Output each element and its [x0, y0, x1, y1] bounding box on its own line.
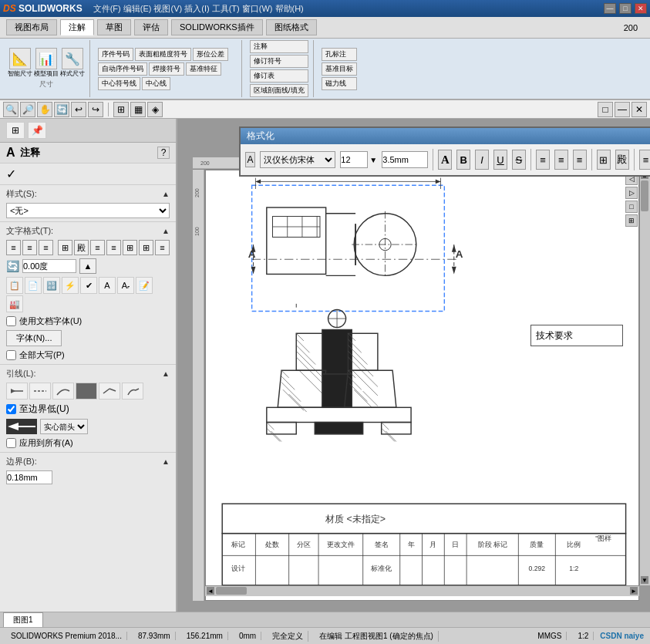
mini-btn-3[interactable]: □	[625, 201, 638, 213]
region-hatch-btn[interactable]: 区域剖面线/填充	[250, 84, 308, 97]
base-target-btn[interactable]: 基准目标	[322, 62, 357, 76]
cmd-view1[interactable]: ⊞	[113, 102, 129, 117]
h-scrollbar[interactable]: ◄ ►	[205, 585, 639, 596]
force-line-btn[interactable]: 磁力线	[322, 77, 357, 90]
use-font-checkbox[interactable]	[6, 316, 16, 326]
model-item-btn[interactable]: 📊 模型项目	[34, 48, 59, 78]
maximize-button[interactable]: □	[619, 3, 631, 14]
align-right-btn[interactable]: ≡	[39, 240, 53, 255]
leader-1[interactable]	[6, 383, 28, 400]
close-button[interactable]: ✕	[635, 3, 647, 14]
revision-symbol-btn[interactable]: 修订符号	[250, 55, 308, 68]
align-left-btn[interactable]: ≡	[6, 240, 21, 255]
tab-drawing-format[interactable]: 图纸格式	[266, 19, 317, 35]
weld-symbol-btn[interactable]: 焊接符号	[149, 62, 184, 76]
boundary-checkbox[interactable]	[6, 404, 16, 414]
drawing-area[interactable]: 格式化 ✕ A 汉仪长仿宋体 ▼ A B I U S ≡	[177, 119, 650, 612]
icon-cell-4[interactable]: ⚡	[62, 277, 79, 294]
leaders-collapse[interactable]: ▲	[162, 369, 170, 378]
tab-sw-plugins[interactable]: SOLIDWORKS插件	[171, 19, 263, 35]
angle-input[interactable]	[22, 259, 76, 273]
tab-annotation[interactable]: 注解	[60, 19, 94, 35]
apply-all-checkbox[interactable]	[6, 438, 16, 448]
h-scroll-thumb[interactable]	[216, 587, 247, 595]
tech-req-box[interactable]: 技术要求	[530, 325, 623, 346]
v-scrollbar[interactable]: ▲ ▼	[639, 170, 650, 585]
font-btn[interactable]: 字体(N)...	[6, 330, 62, 346]
panel-icon-home[interactable]: ⊞	[6, 122, 25, 139]
center-line-btn[interactable]: 中心线	[142, 77, 170, 90]
icon-cell-2[interactable]: 📄	[25, 277, 42, 294]
align-center-btn[interactable]: ≡	[22, 240, 37, 255]
drawing-paper[interactable]: A A	[205, 170, 639, 601]
dialog-strike-btn[interactable]: S	[512, 150, 526, 170]
scroll-down-btn[interactable]: ▼	[641, 576, 648, 584]
icon-cell-6[interactable]: A	[99, 277, 116, 294]
list2-btn[interactable]: ≡	[106, 240, 121, 255]
icon-cell-8[interactable]: 📝	[136, 277, 153, 294]
dialog-font-size[interactable]	[340, 151, 368, 168]
dialog-bold-btn[interactable]: B	[456, 150, 470, 170]
dialog-list1-btn[interactable]: ≡	[639, 150, 650, 170]
smart-dimension-btn[interactable]: 📐 智能尺寸	[8, 48, 32, 78]
cmd-undo[interactable]: ↩	[71, 102, 86, 117]
style-select[interactable]: <无>	[6, 203, 170, 218]
leader-3[interactable]	[52, 383, 74, 400]
cmd-redo[interactable]: ↪	[88, 102, 103, 117]
dialog-stack-btn[interactable]: ⊞	[597, 150, 611, 170]
icon-cell-9[interactable]: 🏭	[6, 295, 23, 312]
drawing-tab-1[interactable]: 图图1	[3, 612, 43, 627]
icon-cell-1[interactable]: 📋	[6, 277, 23, 294]
help-icon[interactable]: ?	[157, 147, 170, 159]
leader-4[interactable]	[76, 383, 97, 400]
dialog-align-right[interactable]: ≡	[573, 150, 587, 170]
tab-evaluate[interactable]: 评估	[134, 19, 168, 35]
mini-btn-2[interactable]: ▷	[625, 187, 638, 199]
tab-sketch[interactable]: 草图	[97, 19, 131, 35]
center-mark-btn[interactable]: 中心符号线	[98, 77, 140, 90]
panel-icon-pin[interactable]: 📌	[28, 122, 46, 139]
tolerances-btn[interactable]: 形位公差	[193, 48, 228, 61]
icon-cell-3[interactable]: 🔡	[43, 277, 60, 294]
cmd-zoom[interactable]: 🔎	[20, 102, 35, 117]
indent2-btn[interactable]: ⊞	[139, 240, 153, 255]
confirm-checkmark[interactable]: ✓	[6, 167, 16, 180]
mini-btn-4[interactable]: ⊞	[625, 214, 638, 227]
cmd-right2[interactable]: —	[615, 102, 630, 117]
tab-view-layout[interactable]: 视图布局	[6, 19, 57, 35]
dialog-bold-A[interactable]: A	[438, 150, 452, 170]
cmd-view2[interactable]: ▦	[130, 102, 146, 117]
text-style-collapse[interactable]: ▲	[162, 227, 170, 235]
dialog-align-center[interactable]: ≡	[554, 150, 568, 170]
cmd-view3[interactable]: ◈	[147, 102, 163, 117]
dialog-underline-btn[interactable]: U	[493, 150, 507, 170]
auto-sequence-btn[interactable]: 自动序件号码	[98, 62, 147, 76]
leader-6[interactable]	[122, 383, 143, 400]
minimize-button[interactable]: —	[604, 3, 616, 14]
style-collapse-arrow[interactable]: ▲	[162, 190, 170, 198]
uppercase-checkbox[interactable]	[6, 350, 16, 360]
icon-cell-5[interactable]: ✔	[80, 277, 97, 294]
cmd-pan[interactable]: ✋	[37, 102, 52, 117]
indent1-btn[interactable]: ⊞	[123, 240, 137, 255]
note-btn[interactable]: 注释	[250, 40, 308, 53]
angle-up-btn[interactable]: ▲	[79, 258, 96, 274]
arrow-style-select[interactable]: 实心箭头	[40, 419, 88, 434]
dialog-align-left[interactable]: ≡	[536, 150, 550, 170]
v-scroll-thumb[interactable]	[641, 180, 648, 211]
dialog-special-btn[interactable]: 殿	[615, 150, 629, 170]
cmd-search[interactable]: 🔍	[3, 102, 19, 117]
hole-callout-btn[interactable]: 孔标注	[322, 48, 357, 61]
cmd-rotate[interactable]: 🔄	[54, 102, 69, 117]
leader-2[interactable]	[29, 383, 51, 400]
dialog-font-select[interactable]: 汉仪长仿宋体	[260, 151, 335, 168]
dialog-italic-btn[interactable]: I	[475, 150, 489, 170]
align-justify-btn[interactable]: ⊞	[58, 240, 72, 255]
leader-5[interactable]	[99, 383, 120, 400]
scroll-right-btn[interactable]: ►	[630, 587, 638, 595]
cmd-right1[interactable]: □	[598, 102, 613, 117]
cmd-right3[interactable]: ✕	[631, 102, 647, 117]
border-collapse[interactable]: ▲	[162, 457, 170, 466]
base-feature-btn[interactable]: 基准特征	[186, 62, 221, 76]
dialog-font-height[interactable]	[382, 151, 428, 168]
